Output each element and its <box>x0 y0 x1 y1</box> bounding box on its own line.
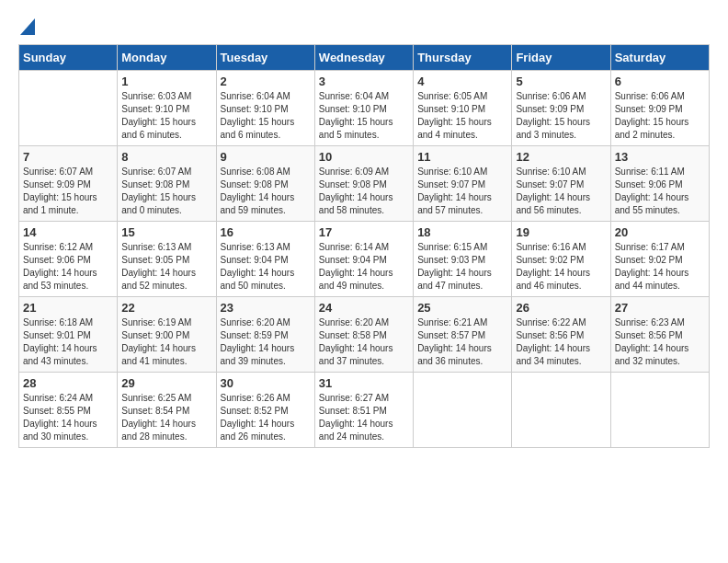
header-cell-sunday: Sunday <box>19 45 118 71</box>
day-number: 9 <box>221 150 311 164</box>
day-info: Sunrise: 6:24 AMSunset: 8:55 PMDaylight:… <box>23 393 97 442</box>
day-cell: 28Sunrise: 6:24 AMSunset: 8:55 PMDayligh… <box>19 373 118 448</box>
day-info: Sunrise: 6:05 AMSunset: 9:10 PMDaylight:… <box>417 91 492 140</box>
day-number: 12 <box>516 150 606 164</box>
day-info: Sunrise: 6:04 AMSunset: 9:10 PMDaylight:… <box>319 91 393 140</box>
day-info: Sunrise: 6:04 AMSunset: 9:10 PMDaylight:… <box>221 91 295 140</box>
calendar-header: SundayMondayTuesdayWednesdayThursdayFrid… <box>19 45 710 71</box>
day-number: 28 <box>23 376 113 390</box>
day-cell: 8Sunrise: 6:07 AMSunset: 9:08 PMDaylight… <box>118 146 216 222</box>
day-number: 6 <box>615 75 705 88</box>
week-row-3: 14Sunrise: 6:12 AMSunset: 9:06 PMDayligh… <box>19 222 710 297</box>
day-number: 19 <box>516 225 606 239</box>
day-number: 2 <box>221 75 311 88</box>
day-number: 5 <box>516 75 606 88</box>
day-info: Sunrise: 6:07 AMSunset: 9:08 PMDaylight:… <box>121 167 196 215</box>
day-number: 4 <box>417 75 507 88</box>
day-cell: 3Sunrise: 6:04 AMSunset: 9:10 PMDaylight… <box>314 71 413 146</box>
day-info: Sunrise: 6:13 AMSunset: 9:05 PMDaylight:… <box>121 242 196 291</box>
week-row-1: 1Sunrise: 6:03 AMSunset: 9:10 PMDaylight… <box>19 71 710 146</box>
day-cell: 27Sunrise: 6:23 AMSunset: 8:56 PMDayligh… <box>610 297 709 373</box>
day-cell: 12Sunrise: 6:10 AMSunset: 9:07 PMDayligh… <box>512 146 610 222</box>
day-number: 25 <box>417 301 507 315</box>
day-info: Sunrise: 6:12 AMSunset: 9:06 PMDaylight:… <box>23 242 97 291</box>
header-cell-saturday: Saturday <box>610 45 709 71</box>
week-row-2: 7Sunrise: 6:07 AMSunset: 9:09 PMDaylight… <box>19 146 710 222</box>
day-number: 23 <box>221 301 311 315</box>
day-info: Sunrise: 6:11 AMSunset: 9:06 PMDaylight:… <box>615 167 689 215</box>
day-cell: 4Sunrise: 6:05 AMSunset: 9:10 PMDaylight… <box>414 71 512 146</box>
day-cell: 11Sunrise: 6:10 AMSunset: 9:07 PMDayligh… <box>414 146 512 222</box>
day-number: 30 <box>221 376 311 390</box>
day-cell <box>19 71 118 146</box>
page-header <box>18 18 710 35</box>
day-number: 13 <box>615 150 705 164</box>
day-info: Sunrise: 6:07 AMSunset: 9:09 PMDaylight:… <box>23 167 97 215</box>
day-cell: 9Sunrise: 6:08 AMSunset: 9:08 PMDaylight… <box>216 146 314 222</box>
day-number: 15 <box>121 225 211 239</box>
day-cell: 7Sunrise: 6:07 AMSunset: 9:09 PMDaylight… <box>19 146 118 222</box>
day-number: 7 <box>23 150 113 164</box>
day-cell: 16Sunrise: 6:13 AMSunset: 9:04 PMDayligh… <box>216 222 314 297</box>
day-cell: 24Sunrise: 6:20 AMSunset: 8:58 PMDayligh… <box>314 297 413 373</box>
day-info: Sunrise: 6:20 AMSunset: 8:59 PMDaylight:… <box>221 317 295 366</box>
day-info: Sunrise: 6:08 AMSunset: 9:08 PMDaylight:… <box>221 167 295 215</box>
day-number: 8 <box>121 150 211 164</box>
day-info: Sunrise: 6:16 AMSunset: 9:02 PMDaylight:… <box>516 242 590 291</box>
day-number: 21 <box>23 301 113 315</box>
day-cell: 29Sunrise: 6:25 AMSunset: 8:54 PMDayligh… <box>118 373 216 448</box>
day-cell: 2Sunrise: 6:04 AMSunset: 9:10 PMDaylight… <box>216 71 314 146</box>
day-info: Sunrise: 6:17 AMSunset: 9:02 PMDaylight:… <box>615 242 689 291</box>
day-info: Sunrise: 6:15 AMSunset: 9:03 PMDaylight:… <box>417 242 492 291</box>
day-cell: 15Sunrise: 6:13 AMSunset: 9:05 PMDayligh… <box>118 222 216 297</box>
day-info: Sunrise: 6:22 AMSunset: 8:56 PMDaylight:… <box>516 317 590 366</box>
day-number: 18 <box>417 225 507 239</box>
day-cell: 19Sunrise: 6:16 AMSunset: 9:02 PMDayligh… <box>512 222 610 297</box>
day-cell <box>610 373 709 448</box>
day-number: 31 <box>319 376 409 390</box>
day-cell: 21Sunrise: 6:18 AMSunset: 9:01 PMDayligh… <box>19 297 118 373</box>
day-number: 16 <box>221 225 311 239</box>
day-info: Sunrise: 6:21 AMSunset: 8:57 PMDaylight:… <box>417 317 492 366</box>
svg-marker-0 <box>20 18 35 35</box>
day-cell: 17Sunrise: 6:14 AMSunset: 9:04 PMDayligh… <box>314 222 413 297</box>
day-info: Sunrise: 6:25 AMSunset: 8:54 PMDaylight:… <box>121 393 196 442</box>
day-info: Sunrise: 6:09 AMSunset: 9:08 PMDaylight:… <box>319 167 393 215</box>
day-number: 14 <box>23 225 113 239</box>
day-number: 24 <box>319 301 409 315</box>
day-cell: 10Sunrise: 6:09 AMSunset: 9:08 PMDayligh… <box>314 146 413 222</box>
day-number: 11 <box>417 150 507 164</box>
day-info: Sunrise: 6:10 AMSunset: 9:07 PMDaylight:… <box>516 167 590 215</box>
week-row-4: 21Sunrise: 6:18 AMSunset: 9:01 PMDayligh… <box>19 297 710 373</box>
day-cell: 18Sunrise: 6:15 AMSunset: 9:03 PMDayligh… <box>414 222 512 297</box>
day-info: Sunrise: 6:20 AMSunset: 8:58 PMDaylight:… <box>319 317 393 366</box>
header-cell-wednesday: Wednesday <box>314 45 413 71</box>
week-row-5: 28Sunrise: 6:24 AMSunset: 8:55 PMDayligh… <box>19 373 710 448</box>
header-row: SundayMondayTuesdayWednesdayThursdayFrid… <box>19 45 710 71</box>
logo <box>18 18 35 35</box>
day-info: Sunrise: 6:26 AMSunset: 8:52 PMDaylight:… <box>221 393 295 442</box>
day-cell: 13Sunrise: 6:11 AMSunset: 9:06 PMDayligh… <box>610 146 709 222</box>
day-info: Sunrise: 6:23 AMSunset: 8:56 PMDaylight:… <box>615 317 689 366</box>
day-cell: 5Sunrise: 6:06 AMSunset: 9:09 PMDaylight… <box>512 71 610 146</box>
day-info: Sunrise: 6:18 AMSunset: 9:01 PMDaylight:… <box>23 317 97 366</box>
logo-icon <box>20 18 35 35</box>
day-cell: 23Sunrise: 6:20 AMSunset: 8:59 PMDayligh… <box>216 297 314 373</box>
day-number: 1 <box>121 75 211 88</box>
day-number: 26 <box>516 301 606 315</box>
header-cell-monday: Monday <box>118 45 216 71</box>
day-info: Sunrise: 6:13 AMSunset: 9:04 PMDaylight:… <box>221 242 295 291</box>
header-cell-thursday: Thursday <box>414 45 512 71</box>
day-cell: 31Sunrise: 6:27 AMSunset: 8:51 PMDayligh… <box>314 373 413 448</box>
day-info: Sunrise: 6:27 AMSunset: 8:51 PMDaylight:… <box>319 393 393 442</box>
day-cell <box>512 373 610 448</box>
day-number: 20 <box>615 225 705 239</box>
day-info: Sunrise: 6:10 AMSunset: 9:07 PMDaylight:… <box>417 167 492 215</box>
day-info: Sunrise: 6:06 AMSunset: 9:09 PMDaylight:… <box>516 91 590 140</box>
day-number: 17 <box>319 225 409 239</box>
day-info: Sunrise: 6:14 AMSunset: 9:04 PMDaylight:… <box>319 242 393 291</box>
day-info: Sunrise: 6:06 AMSunset: 9:09 PMDaylight:… <box>615 91 689 140</box>
calendar-table: SundayMondayTuesdayWednesdayThursdayFrid… <box>18 44 710 448</box>
day-cell: 22Sunrise: 6:19 AMSunset: 9:00 PMDayligh… <box>118 297 216 373</box>
day-number: 27 <box>615 301 705 315</box>
